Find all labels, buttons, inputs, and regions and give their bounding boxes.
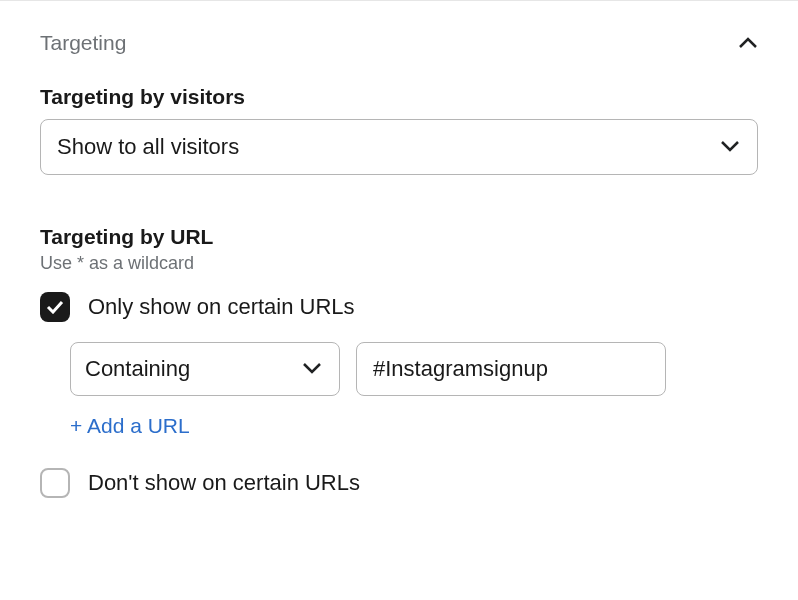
chevron-up-icon [738,33,758,53]
url-rule-row: Containing [70,342,758,396]
dont-show-checkbox-row: Don't show on certain URLs [40,468,758,498]
url-value-input[interactable] [356,342,666,396]
only-show-checkbox[interactable] [40,292,70,322]
visitors-select[interactable]: Show to all visitors [40,119,758,175]
targeting-by-url-section: Targeting by URL Use * as a wildcard Onl… [40,225,758,498]
targeting-section-header[interactable]: Targeting [40,31,758,55]
only-show-label: Only show on certain URLs [88,294,355,320]
add-url-link[interactable]: + Add a URL [70,414,190,438]
dont-show-checkbox[interactable] [40,468,70,498]
dont-show-label: Don't show on certain URLs [88,470,360,496]
match-type-select-wrapper: Containing [70,342,340,396]
only-show-checkbox-row: Only show on certain URLs [40,292,758,322]
url-hint: Use * as a wildcard [40,253,758,274]
section-title: Targeting [40,31,126,55]
targeting-by-visitors-section: Targeting by visitors Show to all visito… [40,85,758,175]
visitors-title: Targeting by visitors [40,85,758,109]
visitors-select-wrapper: Show to all visitors [40,119,758,175]
url-title: Targeting by URL [40,225,758,249]
match-type-select[interactable]: Containing [70,342,340,396]
